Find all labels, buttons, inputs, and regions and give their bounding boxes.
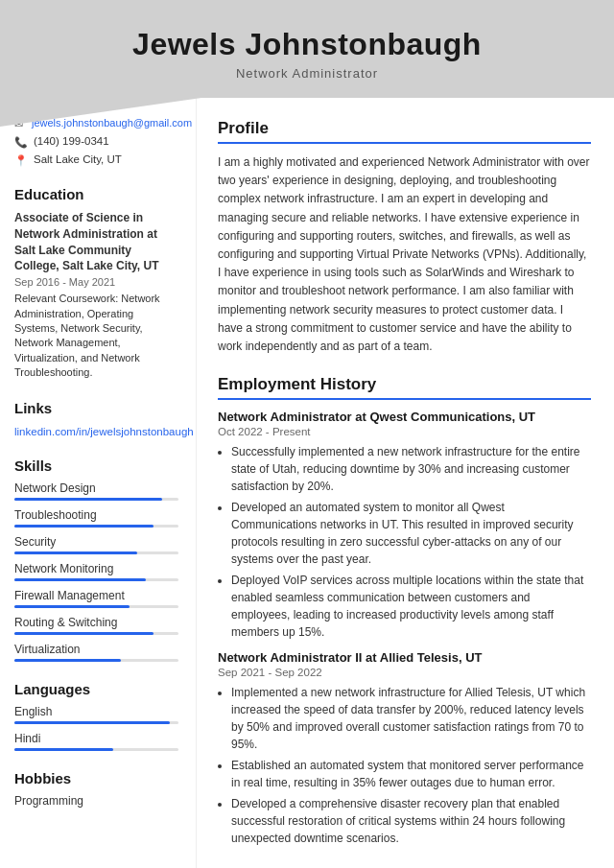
skill-label: Troubleshooting: [14, 508, 178, 522]
contact-section: ✉ jewels.johnstonbaugh@gmail.com 📞 (140)…: [14, 117, 178, 167]
phone-text: (140) 199-0341: [34, 135, 109, 147]
main-content: Profile I am a highly motivated and expe…: [197, 98, 614, 868]
employment-section: Employment History Network Administrator…: [218, 375, 591, 847]
coursework-label: Relevant Coursework:: [14, 293, 118, 304]
skill-label: Security: [14, 535, 178, 549]
job-bullet: Deployed VoIP services across multiple l…: [231, 572, 591, 641]
links-title: Links: [14, 400, 178, 416]
location-item: 📍 Salt Lake City, UT: [14, 153, 178, 167]
phone-icon: 📞: [14, 136, 28, 149]
job-entry: Network Administrator at Qwest Communica…: [218, 410, 591, 641]
skill-label: Routing & Switching: [14, 616, 178, 629]
language-bar-fill: [14, 748, 113, 751]
language-item: Hindi: [14, 732, 178, 751]
languages-title: Languages: [14, 681, 178, 697]
phone-item: 📞 (140) 199-0341: [14, 135, 178, 149]
job-title: Network Administrator at Qwest Communica…: [218, 410, 591, 424]
hobbies-title: Hobbies: [14, 770, 178, 786]
job-dates: Oct 2022 - Present: [218, 426, 591, 437]
skill-bar-fill: [14, 498, 162, 501]
language-label: Hindi: [14, 732, 178, 745]
hobbies-list: Programming: [14, 794, 178, 808]
job-title: Network Administrator II at Allied Teles…: [218, 650, 591, 665]
education-coursework: Relevant Coursework: Network Administrat…: [14, 292, 178, 380]
linkedin-link-item: linkedin.com/in/jewelsjohnstonbaugh: [14, 424, 178, 438]
skill-item: Network Monitoring: [14, 562, 178, 581]
job-dates: Sep 2021 - Sep 2022: [218, 667, 591, 678]
job-bullet: Developed a comprehensive disaster recov…: [231, 795, 591, 847]
skill-bar-bg: [14, 659, 178, 662]
skill-bar-fill: [14, 605, 130, 608]
candidate-name: Jewels Johnstonbaugh: [19, 27, 595, 62]
education-degree: Associate of Science in Network Administ…: [14, 210, 178, 274]
job-entry: Network Administrator II at Allied Teles…: [218, 650, 591, 847]
skill-item: Routing & Switching: [14, 616, 178, 635]
profile-text: I am a highly motivated and experienced …: [218, 153, 591, 356]
skills-list: Network Design Troubleshooting Security …: [14, 481, 178, 662]
skill-bar-bg: [14, 551, 178, 554]
job-bullets: Successfully implemented a new network i…: [218, 443, 591, 641]
languages-section: Languages English Hindi: [14, 681, 178, 751]
skill-item: Firewall Management: [14, 589, 178, 608]
skill-label: Virtualization: [14, 643, 178, 656]
language-item: English: [14, 705, 178, 724]
skills-section: Skills Network Design Troubleshooting Se…: [14, 457, 178, 662]
skill-item: Network Design: [14, 481, 178, 501]
skill-label: Network Monitoring: [14, 562, 178, 575]
hobbies-section: Hobbies Programming: [14, 770, 178, 808]
skill-bar-fill: [14, 578, 146, 581]
skill-item: Troubleshooting: [14, 508, 178, 528]
sidebar: ✉ jewels.johnstonbaugh@gmail.com 📞 (140)…: [0, 98, 197, 868]
profile-section-title: Profile: [218, 119, 591, 144]
profile-section: Profile I am a highly motivated and expe…: [218, 119, 591, 356]
education-dates: Sep 2016 - May 2021: [14, 276, 178, 288]
language-label: English: [14, 705, 178, 718]
job-bullet: Developed an automated system to monitor…: [231, 499, 591, 568]
languages-list: English Hindi: [14, 705, 178, 751]
skill-bar-bg: [14, 605, 178, 608]
job-bullet: Successfully implemented a new network i…: [231, 443, 591, 495]
skill-bar-fill: [14, 632, 154, 635]
skill-item: Security: [14, 535, 178, 554]
location-icon: 📍: [14, 154, 28, 167]
linkedin-link[interactable]: linkedin.com/in/jewelsjohnstonbaugh: [14, 426, 194, 437]
job-bullet: Established an automated system that mon…: [231, 757, 591, 791]
skill-bar-bg: [14, 632, 178, 635]
skill-bar-fill: [14, 659, 121, 662]
links-section: Links linkedin.com/in/jewelsjohnstonbaug…: [14, 400, 178, 438]
email-link[interactable]: jewels.johnstonbaugh@gmail.com: [32, 117, 192, 129]
candidate-title: Network Administrator: [19, 66, 595, 81]
job-bullets: Implemented a new network infrastructure…: [218, 684, 591, 847]
education-section: Education Associate of Science in Networ…: [14, 186, 178, 381]
coursework-text: Network Administration, Operating System…: [14, 293, 160, 378]
skill-bar-fill: [14, 525, 154, 528]
skill-label: Network Design: [14, 481, 178, 495]
skill-bar-bg: [14, 525, 178, 528]
hobby-item: Programming: [14, 794, 178, 808]
skill-item: Virtualization: [14, 643, 178, 662]
jobs-list: Network Administrator at Qwest Communica…: [218, 410, 591, 847]
education-title: Education: [14, 186, 178, 202]
job-bullet: Implemented a new network infrastructure…: [231, 684, 591, 753]
skill-bar-bg: [14, 498, 178, 501]
header: Jewels Johnstonbaugh Network Administrat…: [0, 0, 614, 98]
skill-label: Firewall Management: [14, 589, 178, 602]
main-layout: ✉ jewels.johnstonbaugh@gmail.com 📞 (140)…: [0, 98, 614, 868]
location-text: Salt Lake City, UT: [34, 153, 122, 165]
language-bar-fill: [14, 721, 170, 724]
skills-title: Skills: [14, 457, 178, 474]
skill-bar-fill: [14, 551, 137, 554]
employment-section-title: Employment History: [218, 375, 591, 400]
language-bar-bg: [14, 748, 178, 751]
language-bar-bg: [14, 721, 178, 724]
skill-bar-bg: [14, 578, 178, 581]
